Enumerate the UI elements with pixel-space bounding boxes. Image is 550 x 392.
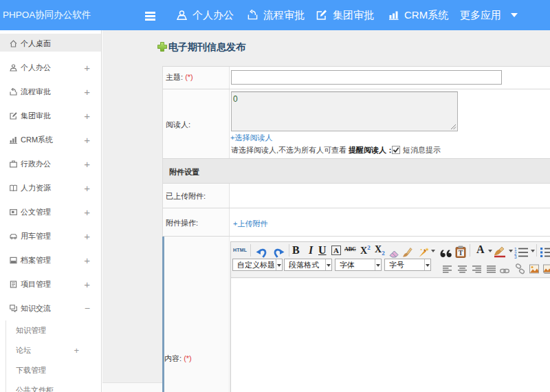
svg-text:3: 3 <box>514 254 517 259</box>
svg-text:T: T <box>459 249 463 257</box>
